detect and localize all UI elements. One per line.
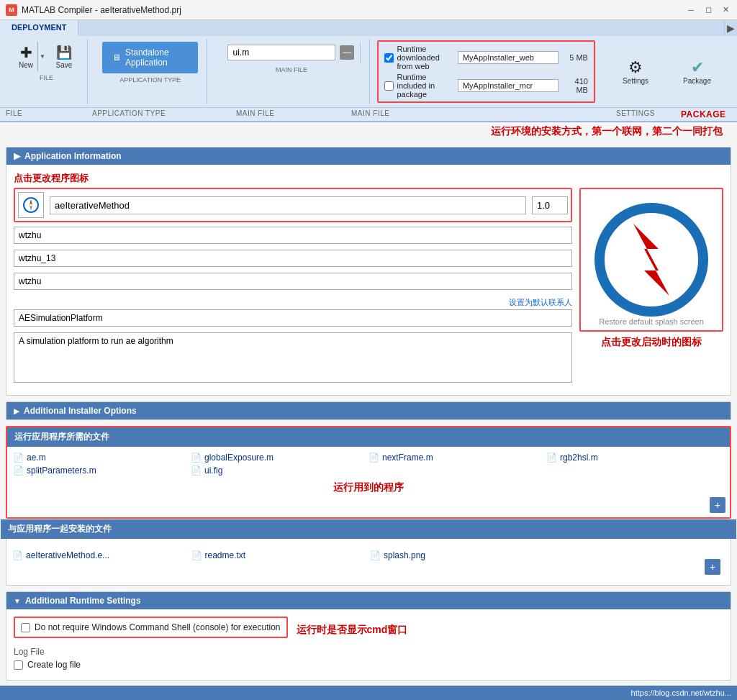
new-label: New [19, 61, 33, 69]
cmd-checkbox-container: Do not require Windows Command Shell (co… [14, 617, 723, 644]
log-file-label: Log File [14, 647, 723, 657]
add-install-file-button[interactable]: + [705, 559, 720, 575]
package-group: ✔ Package [669, 53, 725, 90]
version-input[interactable] [532, 196, 568, 214]
file-item-rgb2hsl[interactable]: 📄 rgb2hsl.m [546, 453, 724, 463]
runtime-pkg-name: MyAppInstaller_mcr [458, 79, 559, 92]
file-item-globalExposure[interactable]: 📄 globalExposure.m [191, 453, 368, 463]
install-file-exe[interactable]: 📄 aeIterativeMethod.e... [12, 550, 189, 560]
runtime-settings-header[interactable]: ▼ Additional Runtime Settings [6, 592, 731, 609]
package-button[interactable]: ✔ Package [677, 56, 717, 87]
runtime-settings-triangle-icon: ▼ [14, 597, 21, 605]
author3-input[interactable] [14, 273, 572, 290]
runtime-web-name: MyAppInstaller_web [458, 51, 559, 64]
app-info-grid: 设置为默认联系人 A simulation platform to run ae… [14, 188, 723, 388]
ribbon-section-mainfile: — MAIN FILE [213, 39, 370, 104]
description-textarea[interactable]: A simulation platform to run ae algorith… [14, 332, 572, 383]
log-section: Log File Create log file [14, 644, 723, 673]
file-name-ae: ae.m [27, 453, 46, 463]
no-cmd-label: Do not require Windows Command Shell (co… [35, 622, 281, 632]
file-item-splitParameters[interactable]: 📄 splitParameters.m [13, 465, 191, 476]
runtime-web-checkbox[interactable] [384, 53, 394, 63]
install-files-header: 与应用程序一起安装的文件 [1, 519, 736, 539]
splash-label: Restore default splash screen [581, 317, 722, 326]
main-file-input[interactable] [227, 45, 335, 60]
new-dropdown-arrow[interactable]: ▼ [37, 42, 47, 71]
author2-input[interactable] [14, 250, 572, 267]
app-name-input[interactable] [50, 196, 526, 214]
status-url: https://blog.csdn.net/wtzhu... [631, 688, 731, 697]
file-item-nextFrame[interactable]: 📄 nextFrame.m [368, 453, 546, 463]
run-files-header: 运行应用程序所需的文件 [7, 427, 730, 447]
app-name-row [14, 188, 572, 222]
col-apptype: APPLICATION TYPE [92, 109, 236, 119]
app-type-button[interactable]: 🖥 Standalone Application [102, 42, 199, 73]
settings-button[interactable]: ⚙ Settings [617, 56, 654, 87]
runtime-pkg-checkbox[interactable] [384, 81, 394, 91]
col-settings: SETTINGS [616, 109, 681, 119]
create-log-label: Create log file [27, 660, 81, 670]
ribbon-section-settings: ⚙ Settings ✔ Package [602, 39, 731, 104]
cmd-checkbox-row: Do not require Windows Command Shell (co… [14, 617, 288, 638]
file-icon-uifig: 📄 [191, 465, 202, 476]
settings-group: ⚙ Settings [608, 53, 663, 90]
create-log-checkbox[interactable] [14, 660, 23, 670]
install-file-name-exe: aeIterativeMethod.e... [26, 550, 109, 560]
close-button[interactable]: ✕ [720, 4, 731, 16]
apptype-section-label: APPLICATION TYPE [119, 76, 181, 83]
ribbon-scroll-btn[interactable]: ▶ [724, 20, 737, 36]
package-icon: ✔ [691, 58, 704, 77]
additional-installer-section: ▶ Additional Installer Options [6, 401, 731, 420]
runtime-web-row: Runtime downloaded from web MyAppInstall… [384, 45, 587, 71]
file-icon-globalExposure: 📄 [191, 453, 202, 463]
new-button[interactable]: ✚ New [14, 42, 37, 71]
runtime-pkg-row: Runtime included in package MyAppInstall… [384, 73, 587, 99]
file-name-globalExposure: globalExposure.m [204, 453, 273, 463]
col-mainfile: MAIN FILE [236, 109, 351, 119]
file-name-splitParameters: splitParameters.m [27, 465, 96, 476]
compass-icon [22, 196, 40, 214]
no-cmd-checkbox[interactable] [21, 623, 30, 632]
runtime-web-label: Runtime downloaded from web [384, 45, 453, 71]
runtime-settings-body: Do not require Windows Command Shell (co… [6, 609, 731, 680]
additional-installer-title: Additional Installer Options [24, 406, 137, 416]
file-name-nextFrame: nextFrame.m [382, 453, 433, 463]
minimize-button[interactable]: ─ [685, 4, 697, 16]
file-item-uifig[interactable]: 📄 ui.fig [191, 465, 368, 476]
tab-deployment[interactable]: DEPLOYMENT [0, 20, 78, 36]
install-file-name-splash: splash.png [384, 550, 425, 560]
install-file-readme[interactable]: 📄 readme.txt [191, 550, 368, 560]
file-icon-ae: 📄 [13, 453, 24, 463]
splash-screen-button[interactable]: Restore default splash screen [579, 188, 723, 332]
svg-marker-4 [633, 224, 669, 296]
install-file-name-readme: readme.txt [205, 550, 246, 560]
app-type-label: Standalone Application [125, 47, 189, 68]
install-file-splash[interactable]: 📄 splash.png [370, 550, 546, 560]
ribbon-section-apptype: 🖥 Standalone Application APPLICATION TYP… [94, 39, 208, 104]
settings-label: Settings [623, 77, 648, 85]
panel-triangle: ▶ [14, 151, 20, 161]
additional-installer-header[interactable]: ▶ Additional Installer Options [6, 402, 731, 419]
col-mainfile2: MAIN FILE [351, 109, 616, 119]
set-default-link[interactable]: 设置为默认联系人 [14, 296, 572, 309]
remove-file-button[interactable]: — [340, 45, 354, 60]
ribbon-section-file: ✚ New ▼ 💾 Save FILE [6, 39, 88, 104]
author1-input[interactable] [14, 227, 572, 244]
run-files-grid: 📄 ae.m 📄 globalExposure.m 📄 nextFrame.m … [13, 453, 724, 476]
ribbon: DEPLOYMENT ▶ ✚ New ▼ 💾 Save FILE [0, 20, 737, 122]
file-icon-rgb2hsl: 📄 [546, 453, 557, 463]
svg-marker-1 [30, 199, 32, 205]
save-button[interactable]: 💾 Save [50, 42, 78, 71]
add-run-file-button[interactable]: + [710, 497, 725, 513]
install-files-body: 📄 aeIterativeMethod.e... 📄 readme.txt 📄 … [6, 545, 731, 585]
settings-icon: ⚙ [628, 58, 643, 77]
company-input[interactable] [14, 309, 572, 327]
restore-button[interactable]: ◻ [702, 4, 714, 16]
install-file-icon-exe: 📄 [12, 550, 23, 560]
installer-triangle-icon: ▶ [14, 407, 19, 415]
file-item-ae[interactable]: 📄 ae.m [13, 453, 191, 463]
annot-splash: 点击更改启动时的图标 [579, 336, 723, 349]
new-icon: ✚ [17, 44, 35, 61]
app-icon-button[interactable] [18, 192, 44, 218]
author3-row [14, 273, 572, 293]
